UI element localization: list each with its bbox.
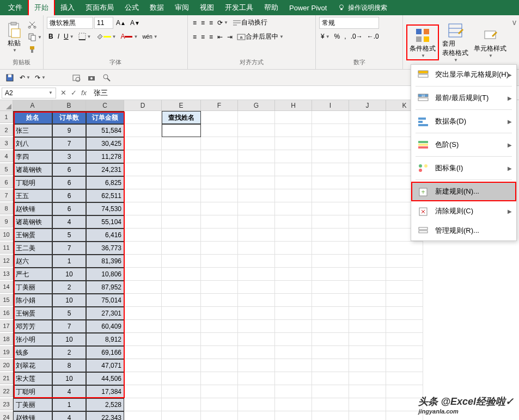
cell-G17[interactable] — [238, 320, 275, 333]
cell-K15[interactable] — [386, 294, 423, 307]
cell-A10[interactable]: 王钢蛋 — [13, 228, 52, 242]
cell-I17[interactable] — [312, 320, 349, 333]
cell-E23[interactable] — [162, 398, 201, 411]
cell-G9[interactable] — [238, 215, 275, 228]
menu-home[interactable]: 开始 — [28, 0, 55, 16]
cell-C8[interactable]: 74,530 — [86, 202, 124, 215]
cell-C10[interactable]: 6,416 — [86, 228, 124, 242]
cell-B1[interactable]: 订单数 — [52, 111, 86, 124]
col-header-H[interactable]: H — [275, 100, 312, 111]
cell-K20[interactable] — [386, 359, 423, 372]
cell-H5[interactable] — [275, 163, 312, 176]
cell-G2[interactable] — [238, 124, 275, 137]
cell-A18[interactable]: 张小明 — [13, 333, 52, 346]
cell-G1[interactable] — [238, 111, 275, 124]
cell-G19[interactable] — [238, 346, 275, 359]
cell-C23[interactable]: 2,528 — [86, 398, 124, 411]
cell-A7[interactable]: 王五 — [13, 189, 52, 202]
undo-button[interactable]: ↶▼ — [20, 72, 30, 83]
align-right-button[interactable]: ≡ — [207, 32, 215, 42]
row-header-21[interactable]: 21 — [0, 372, 13, 384]
cell-D9[interactable] — [124, 215, 162, 228]
cell-F13[interactable] — [201, 268, 238, 281]
col-header-F[interactable]: F — [201, 100, 238, 111]
cell-G15[interactable] — [238, 294, 275, 307]
currency-button[interactable]: ¥▼ — [319, 32, 332, 41]
cell-B14[interactable]: 2 — [52, 281, 86, 294]
cell-J21[interactable] — [349, 372, 386, 385]
find-button[interactable] — [101, 72, 112, 83]
cell-I13[interactable] — [312, 268, 349, 281]
cell-G23[interactable] — [238, 398, 275, 411]
decrease-indent-button[interactable]: ⇤ — [216, 32, 224, 42]
row-header-9[interactable]: 9 — [0, 215, 13, 227]
row-header-7[interactable]: 7 — [0, 189, 13, 201]
row-header-10[interactable]: 10 — [0, 228, 13, 240]
cell-B3[interactable]: 7 — [52, 137, 86, 150]
cell-I14[interactable] — [312, 281, 349, 294]
cell-F2[interactable] — [201, 124, 238, 137]
menu-item-highlight[interactable]: 突出显示单元格规则(H)▶ — [411, 65, 516, 84]
cell-D13[interactable] — [124, 268, 162, 281]
menu-item-colorscale[interactable]: 色阶(S)▶ — [411, 135, 516, 155]
cell-D11[interactable] — [124, 242, 162, 255]
align-top-button[interactable]: ≡ — [191, 18, 198, 28]
menu-layout[interactable]: 页面布局 — [80, 0, 119, 15]
row-header-11[interactable]: 11 — [0, 242, 13, 254]
cell-H17[interactable] — [275, 320, 312, 333]
fill-color-button[interactable]: ▼ — [94, 32, 118, 41]
copy-button[interactable]: ▼ — [26, 32, 44, 42]
cell-J16[interactable] — [349, 307, 386, 320]
cell-D4[interactable] — [124, 150, 162, 163]
fx-button[interactable]: fx — [81, 89, 87, 97]
cell-A8[interactable]: 赵铁锤 — [13, 202, 52, 215]
row-header-20[interactable]: 20 — [0, 359, 13, 371]
cell-I2[interactable] — [312, 124, 349, 137]
cell-A9[interactable]: 诸葛钢铁 — [13, 215, 52, 228]
decrease-decimal-button[interactable]: ←.0 — [365, 32, 381, 41]
cell-C21[interactable]: 44,506 — [86, 372, 124, 385]
cell-E9[interactable] — [162, 215, 201, 228]
cell-E18[interactable] — [162, 333, 201, 346]
col-header-E[interactable]: E — [162, 100, 201, 111]
redo-button[interactable]: ↷▼ — [35, 72, 46, 83]
italic-button[interactable]: I — [56, 32, 61, 41]
align-middle-button[interactable]: ≡ — [199, 18, 206, 28]
cell-B8[interactable]: 6 — [52, 202, 86, 215]
cell-B19[interactable]: 2 — [52, 346, 86, 359]
cell-J11[interactable] — [349, 242, 386, 255]
row-header-23[interactable]: 23 — [0, 398, 13, 410]
accept-formula-button[interactable]: ✓ — [71, 89, 77, 97]
cell-H14[interactable] — [275, 281, 312, 294]
cell-F24[interactable] — [201, 411, 238, 420]
menu-powerpivot[interactable]: Power Pivot — [284, 1, 332, 15]
cell-H19[interactable] — [275, 346, 312, 359]
row-header-4[interactable]: 4 — [0, 150, 13, 162]
cell-G14[interactable] — [238, 281, 275, 294]
cell-H12[interactable] — [275, 255, 312, 268]
cell-B7[interactable]: 6 — [52, 189, 86, 202]
cell-E20[interactable] — [162, 359, 201, 372]
cell-F23[interactable] — [201, 398, 238, 411]
cell-E8[interactable] — [162, 202, 201, 215]
number-format-select[interactable] — [319, 17, 379, 29]
cell-A4[interactable]: 李四 — [13, 150, 52, 163]
cell-H16[interactable] — [275, 307, 312, 320]
cell-I19[interactable] — [312, 346, 349, 359]
cell-C9[interactable]: 55,104 — [86, 215, 124, 228]
cell-A24[interactable]: 赵铁锤 — [13, 411, 52, 420]
menu-item-iconset[interactable]: 图标集(I)▶ — [411, 158, 516, 178]
row-header-8[interactable]: 8 — [0, 202, 13, 214]
row-header-24[interactable]: 24 — [0, 411, 13, 420]
cell-K12[interactable] — [386, 255, 423, 268]
cell-F15[interactable] — [201, 294, 238, 307]
paste-button[interactable]: 粘贴▼ — [3, 20, 25, 54]
cell-C24[interactable]: 22,343 — [86, 411, 124, 420]
cell-A2[interactable]: 张三 — [13, 124, 52, 137]
row-header-17[interactable]: 17 — [0, 320, 13, 332]
menu-file[interactable]: 文件 — [3, 0, 28, 15]
cell-H21[interactable] — [275, 372, 312, 385]
print-preview-button[interactable] — [71, 72, 82, 83]
cell-H2[interactable] — [275, 124, 312, 137]
cell-B12[interactable]: 1 — [52, 255, 86, 268]
